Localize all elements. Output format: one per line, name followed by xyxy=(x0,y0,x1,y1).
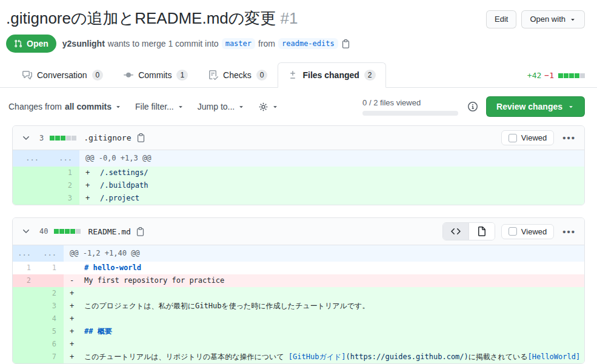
files-viewed-progress-bar xyxy=(362,111,458,116)
line-number-new[interactable]: 7 xyxy=(38,351,64,363)
diff-line-row: 3+/.project xyxy=(13,192,584,205)
line-number-old[interactable] xyxy=(13,338,38,351)
from-text: from xyxy=(258,39,275,48)
pr-meta-text: y2sunlight wants to merge 1 commit into … xyxy=(62,38,350,49)
diff-line-row: 7+このチュートリアルは、リポジトリの基本的な操作について [GitHubガイド… xyxy=(13,351,584,363)
tab-counter: 2 xyxy=(364,70,376,81)
head-branch-label[interactable]: readme-edits xyxy=(278,38,338,49)
diff-line-row: 3+このプロジェクトは、私が最初にGitHubを使った時に作成したチュートリアル… xyxy=(13,300,584,313)
diff-settings-dropdown[interactable] xyxy=(258,102,279,112)
caret-down-icon xyxy=(272,103,279,110)
diffstat: +42 −1 xyxy=(527,71,585,80)
line-number-old[interactable]: 1 xyxy=(13,262,38,274)
checklist-icon xyxy=(208,70,218,80)
diff-sign: + xyxy=(85,192,100,205)
code-line: +## 概要 xyxy=(64,325,584,338)
viewed-checkbox[interactable] xyxy=(509,227,517,236)
diff-line-row: 5+## 概要 xyxy=(13,325,584,338)
clipboard-icon xyxy=(136,227,145,236)
line-number-new[interactable]: 3 xyxy=(38,300,64,313)
page-title: .gitignoreの追加とREADME.mdの変更 #1 xyxy=(6,8,298,28)
source-diff-button[interactable] xyxy=(443,223,469,240)
tab-files-changed[interactable]: Files changed2 xyxy=(278,62,385,88)
tab-commits[interactable]: Commits1 xyxy=(113,62,198,88)
diffstat-blocks xyxy=(558,73,585,78)
merge-action-text: wants to merge 1 commit into xyxy=(108,39,219,48)
gear-icon xyxy=(258,102,268,112)
hunk-gutter-new[interactable]: ... xyxy=(46,150,79,167)
line-number-old[interactable] xyxy=(13,351,38,363)
line-number-new[interactable]: 2 xyxy=(46,179,79,192)
viewed-checkbox[interactable] xyxy=(509,134,517,142)
file-name[interactable]: README.md xyxy=(88,227,130,236)
file-options-kebab-button[interactable]: ••• xyxy=(560,131,578,144)
line-number-old[interactable]: 2 xyxy=(13,274,38,287)
edit-button[interactable]: Edit xyxy=(486,10,516,28)
code-segment: /.settings/ xyxy=(100,168,148,177)
viewed-toggle-button[interactable]: Viewed xyxy=(501,130,554,145)
open-with-button[interactable]: Open with xyxy=(521,10,585,28)
copy-path-button[interactable] xyxy=(136,227,145,236)
collapse-file-button[interactable] xyxy=(19,131,33,145)
file-header: 3.gitignoreViewed••• xyxy=(13,126,584,150)
line-number-new[interactable]: 1 xyxy=(46,167,79,179)
rich-diff-button[interactable] xyxy=(469,223,495,240)
line-number-new[interactable]: 4 xyxy=(38,313,64,325)
file-filter-dropdown[interactable]: File filter... xyxy=(135,102,184,111)
hunk-gutter-old[interactable]: ... xyxy=(13,245,38,262)
diff-sign: + xyxy=(70,287,84,300)
changes-from-dropdown[interactable]: Changes from all commits xyxy=(8,102,122,111)
tab-conversation[interactable]: Conversation0 xyxy=(12,62,113,88)
jump-to-dropdown[interactable]: Jump to... xyxy=(198,102,245,111)
diff-line-row: 6+ xyxy=(13,338,584,351)
tab-checks[interactable]: Checks0 xyxy=(198,62,278,88)
diffstat-block-add xyxy=(564,73,569,78)
jump-to-label: Jump to... xyxy=(198,102,235,111)
diffstat-block-add xyxy=(575,73,579,78)
collapse-file-button[interactable] xyxy=(19,224,33,239)
diff-hunk-row: ......@@ -1,2 +1,40 @@ xyxy=(13,245,584,262)
diff-sign: + xyxy=(70,351,84,363)
code-segment: [HelloWorld] xyxy=(527,352,580,361)
line-number-new[interactable] xyxy=(38,274,64,287)
line-number-old[interactable] xyxy=(13,192,46,205)
diffstat-block-add xyxy=(70,229,75,234)
code-line: +/.project xyxy=(79,192,584,205)
viewed-toggle-button[interactable]: Viewed xyxy=(501,224,554,239)
copy-path-button[interactable] xyxy=(136,133,145,142)
author-link[interactable]: y2sunlight xyxy=(62,39,105,48)
diffstat-block-add xyxy=(54,229,59,234)
code-line: +このプロジェクトは、私が最初にGitHubを使った時に作成したチュートリアルで… xyxy=(64,300,584,313)
file-name[interactable]: .gitignore xyxy=(84,133,131,142)
caret-down-icon xyxy=(177,103,184,110)
comment-discussion-icon xyxy=(22,70,32,80)
review-changes-button[interactable]: Review changes xyxy=(486,96,585,117)
pr-header: .gitignoreの追加とREADME.mdの変更 #1 Edit Open … xyxy=(0,0,597,62)
diff-sign: + xyxy=(85,179,100,192)
line-number-new[interactable]: 6 xyxy=(38,338,64,351)
line-number-old[interactable] xyxy=(13,179,46,192)
diff-sign: + xyxy=(70,313,84,325)
file-icon xyxy=(477,227,487,236)
diffstat-block-add xyxy=(65,229,70,234)
code-segment: このプロジェクトは、私が最初にGitHubを使った時に作成したチュートリアルです… xyxy=(84,302,369,310)
line-number-new[interactable]: 5 xyxy=(38,325,64,338)
line-number-old[interactable] xyxy=(13,167,46,179)
diff-table: ......@@ -0,0 +1,3 @@1+/.settings/2+/.bu… xyxy=(13,150,584,205)
hunk-gutter-old[interactable]: ... xyxy=(13,150,46,167)
line-number-new[interactable]: 3 xyxy=(46,192,79,205)
hunk-gutter-new[interactable]: ... xyxy=(38,245,64,262)
diff-sign: + xyxy=(70,300,84,313)
line-number-old[interactable] xyxy=(13,287,38,300)
line-number-new[interactable]: 2 xyxy=(38,287,64,300)
copy-branch-button[interactable] xyxy=(341,39,350,48)
code-line: + xyxy=(64,338,584,351)
line-number-old[interactable] xyxy=(13,313,38,325)
base-branch-label[interactable]: master xyxy=(222,38,255,49)
line-number-new[interactable]: 1 xyxy=(38,262,64,274)
file-options-kebab-button[interactable]: ••• xyxy=(560,225,578,238)
info-icon[interactable] xyxy=(468,102,478,111)
line-number-old[interactable] xyxy=(13,300,38,313)
file-card-gitignore: 3.gitignoreViewed•••......@@ -0,0 +1,3 @… xyxy=(12,125,585,205)
line-number-old[interactable] xyxy=(13,325,38,338)
